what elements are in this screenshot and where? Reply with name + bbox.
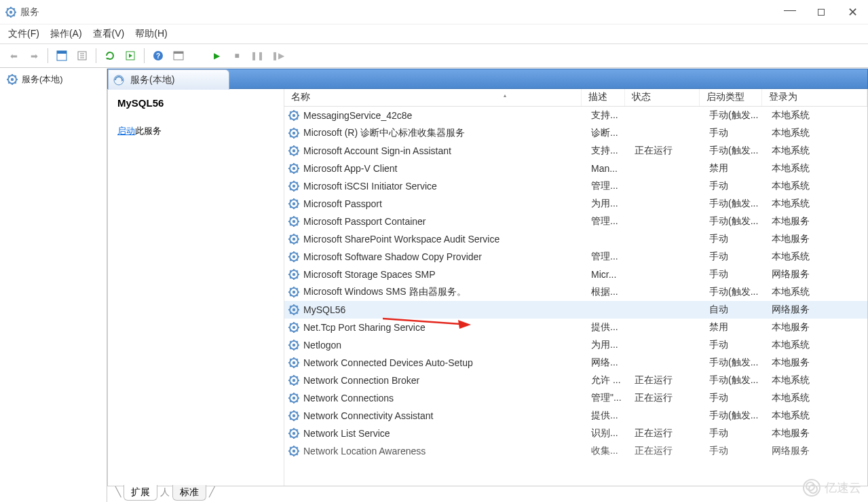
service-row[interactable]: Network Location Awareness收集...正在运行手动网络服… xyxy=(284,442,867,460)
service-row[interactable]: Net.Tcp Port Sharing Service提供...禁用本地服务 xyxy=(284,319,867,336)
service-row[interactable]: Microsoft Software Shadow Copy Provider管… xyxy=(284,248,867,266)
pause-service-button[interactable]: ❚❚ xyxy=(248,46,267,65)
cell-status: 正在运行 xyxy=(635,445,709,457)
toolbar-window-icon[interactable] xyxy=(169,46,188,65)
gear-icon xyxy=(288,110,299,121)
cell-startup: 禁用 xyxy=(709,162,772,175)
watermark-icon xyxy=(803,479,820,497)
gear-icon xyxy=(288,145,299,156)
service-row[interactable]: Network Connectivity Assistant提供...手动(触发… xyxy=(284,407,867,425)
gear-icon xyxy=(288,181,299,192)
watermark-text: 亿速云 xyxy=(825,480,861,496)
service-action-line: 启动此服务 xyxy=(117,125,274,137)
gear-icon xyxy=(288,269,299,280)
service-row[interactable]: MessagingService_42c8e支持...手动(触发...本地系统 xyxy=(284,107,867,124)
cell-name: Microsoft Account Sign-in Assistant xyxy=(303,145,591,156)
refresh-button[interactable] xyxy=(100,46,119,65)
service-row[interactable]: Network Connection Broker允许 ...正在运行手动(触发… xyxy=(284,372,867,389)
col-status[interactable]: 状态 xyxy=(625,89,700,106)
col-name[interactable]: 名称 xyxy=(284,89,582,106)
cell-desc: 根据... xyxy=(591,286,635,298)
tree-node-services[interactable]: 服务(本地) xyxy=(5,71,101,88)
cell-startup: 手动(触发... xyxy=(709,374,772,387)
cell-logon: 本地系统 xyxy=(772,392,867,404)
service-row[interactable]: Network Connections管理"...正在运行手动本地系统 xyxy=(284,389,867,407)
menu-file[interactable]: 文件(F) xyxy=(8,28,39,40)
selected-service-name: MySQL56 xyxy=(117,97,274,109)
col-startup[interactable]: 启动类型 xyxy=(700,89,762,106)
service-row[interactable]: Network Connected Devices Auto-Setup网络..… xyxy=(284,354,867,372)
start-service-button[interactable]: ▶ xyxy=(207,46,226,65)
service-row[interactable]: Netlogon为用...手动本地系统 xyxy=(284,336,867,354)
cell-startup: 手动(触发... xyxy=(709,286,772,298)
cell-logon: 本地服务 xyxy=(772,215,867,228)
service-row[interactable]: MySQL56自动网络服务 xyxy=(284,301,867,319)
cell-startup: 手动 xyxy=(709,127,772,139)
restart-service-button[interactable]: ❚▶ xyxy=(268,46,287,65)
gear-icon xyxy=(288,446,299,456)
cell-desc: 管理... xyxy=(591,180,635,192)
titlebar: 服务 — ✕ xyxy=(0,0,868,24)
col-logon[interactable]: 登录为 xyxy=(762,89,867,106)
help-button[interactable]: ? xyxy=(149,46,168,65)
gear-icon xyxy=(288,410,299,421)
cell-name: Microsoft Windows SMS 路由器服务。 xyxy=(303,286,591,298)
menubar: 文件(F) 操作(A) 查看(V) 帮助(H) xyxy=(0,24,868,43)
panel-tab[interactable]: 服务(本地) xyxy=(108,69,229,90)
tab-standard[interactable]: 标准 xyxy=(172,485,206,501)
cell-name: Net.Tcp Port Sharing Service xyxy=(303,322,591,333)
tree-pane: 服务(本地) xyxy=(0,69,107,502)
service-row[interactable]: Microsoft App-V ClientMan...禁用本地系统 xyxy=(284,160,867,177)
stop-service-button[interactable]: ■ xyxy=(227,46,246,65)
menu-help[interactable]: 帮助(H) xyxy=(135,28,167,40)
cell-startup: 手动(触发... xyxy=(709,145,772,157)
menu-view[interactable]: 查看(V) xyxy=(93,28,125,40)
service-row[interactable]: Microsoft iSCSI Initiator Service管理...手动… xyxy=(284,177,867,195)
cell-logon: 本地系统 xyxy=(772,109,867,122)
cell-startup: 手动 xyxy=(709,427,772,440)
cell-logon: 本地系统 xyxy=(772,374,867,387)
cell-desc: 收集... xyxy=(591,445,635,457)
toolbar-export-icon[interactable] xyxy=(73,46,92,65)
service-row[interactable]: Microsoft SharePoint Workspace Audit Ser… xyxy=(284,230,867,248)
gear-icon xyxy=(288,428,299,439)
gear-icon xyxy=(288,198,299,209)
tab-extended[interactable]: 扩展 xyxy=(124,485,157,501)
cell-status: 正在运行 xyxy=(635,392,709,404)
list-scroll[interactable]: MessagingService_42c8e支持...手动(触发...本地系统M… xyxy=(284,107,867,464)
col-description[interactable]: 描述 xyxy=(582,89,625,106)
maximize-button[interactable] xyxy=(806,0,837,24)
toolbar-properties-icon[interactable] xyxy=(52,46,71,65)
menu-action[interactable]: 操作(A) xyxy=(50,28,82,40)
cell-logon: 本地服务 xyxy=(772,357,867,369)
svg-rect-24 xyxy=(174,52,183,54)
start-service-link[interactable]: 启动 xyxy=(117,126,135,136)
cell-logon: 本地系统 xyxy=(772,198,867,210)
service-row[interactable]: Microsoft Account Sign-in Assistant支持...… xyxy=(284,142,867,160)
cell-logon: 网络服务 xyxy=(772,268,867,281)
cell-logon: 本地系统 xyxy=(772,410,867,422)
cell-name: Microsoft Passport Container xyxy=(303,216,591,227)
service-row[interactable]: Microsoft (R) 诊断中心标准收集器服务诊断...手动本地系统 xyxy=(284,124,867,142)
service-row[interactable]: Microsoft Windows SMS 路由器服务。根据...手动(触发..… xyxy=(284,283,867,301)
cell-name: Network Location Awareness xyxy=(303,446,591,456)
minimize-button[interactable]: — xyxy=(774,0,806,24)
cell-desc: 为用... xyxy=(591,339,635,351)
service-row[interactable]: Network List Service识别...正在运行手动本地服务 xyxy=(284,425,867,442)
tab-decoration: 人 xyxy=(157,485,172,500)
cell-name: Microsoft (R) 诊断中心标准收集器服务 xyxy=(303,127,591,139)
cell-logon: 本地系统 xyxy=(772,145,867,157)
cell-name: Network Connected Devices Auto-Setup xyxy=(303,357,591,368)
cell-desc: 支持... xyxy=(591,145,635,157)
tree-node-label: 服务(本地) xyxy=(22,73,63,86)
back-button[interactable]: ⬅ xyxy=(4,46,23,65)
gear-icon xyxy=(288,322,299,333)
service-row[interactable]: Microsoft Passport Container管理...手动(触发..… xyxy=(284,213,867,230)
refresh-gear-icon xyxy=(113,74,125,86)
service-row[interactable]: Microsoft Passport为用...手动(触发...本地系统 xyxy=(284,195,867,213)
close-button[interactable]: ✕ xyxy=(837,0,868,24)
toolbar-list-icon[interactable] xyxy=(121,46,140,65)
service-row[interactable]: Microsoft Storage Spaces SMPMicr...手动网络服… xyxy=(284,266,867,283)
cell-status: 正在运行 xyxy=(635,145,709,157)
forward-button[interactable]: ➡ xyxy=(24,46,43,65)
